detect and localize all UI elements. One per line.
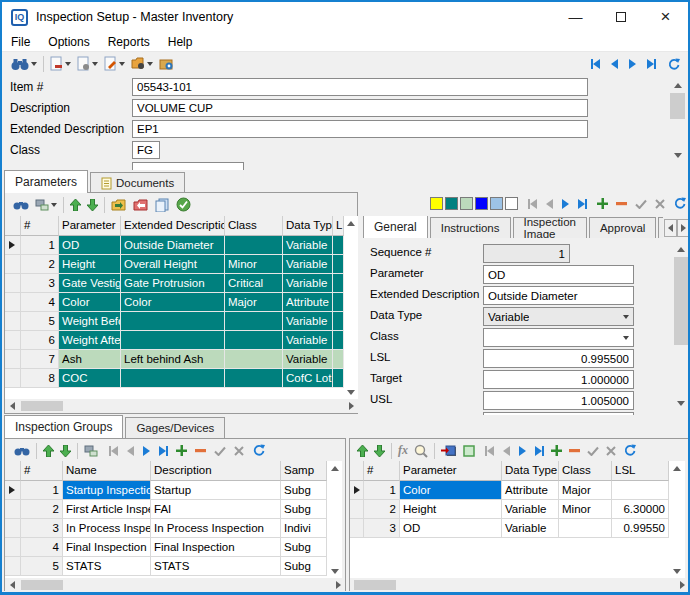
- col-header-class[interactable]: Class: [559, 461, 612, 481]
- search-button[interactable]: [8, 54, 40, 74]
- formula-button[interactable]: fx: [395, 441, 411, 461]
- col-header-parameter[interactable]: Parameter: [400, 461, 502, 481]
- group-row[interactable]: 2 First Article Inspec FAI Subg: [5, 500, 327, 519]
- scroll-down-icon[interactable]: [674, 153, 682, 158]
- move-up-button[interactable]: [40, 441, 57, 461]
- delete-button[interactable]: [569, 449, 580, 453]
- layout-button[interactable]: [32, 195, 60, 215]
- next-button[interactable]: [562, 199, 569, 209]
- col-header-sample[interactable]: Samp: [281, 461, 327, 481]
- col-header-name[interactable]: Name: [63, 461, 151, 481]
- parameter-row[interactable]: 5 Weight Befo Variable: [5, 312, 344, 331]
- next-button[interactable]: [143, 446, 150, 456]
- parameter-row[interactable]: 3 Gate Vestige Gate Protrusion Critical …: [5, 274, 344, 293]
- assign-monitor-button[interactable]: [438, 441, 460, 461]
- prior-button[interactable]: [127, 446, 134, 456]
- menu-item[interactable]: Help: [159, 35, 202, 49]
- formula-lookup-button[interactable]: [411, 441, 431, 461]
- group-row[interactable]: 5 STATS STATS Subg: [5, 557, 327, 576]
- next-button[interactable]: [519, 446, 526, 456]
- first-button[interactable]: [485, 446, 494, 456]
- prior-button[interactable]: [546, 199, 553, 209]
- parameter-row[interactable]: 8 COC CofC Lot Do: [5, 369, 344, 388]
- refresh-button[interactable]: [673, 197, 686, 210]
- group-params-grid-hscrollbar[interactable]: [350, 578, 689, 591]
- menu-item[interactable]: Reports: [99, 35, 159, 49]
- col-header-parameter[interactable]: Parameter: [59, 216, 121, 236]
- col-header-num[interactable]: #: [21, 461, 63, 481]
- group-parameter-row[interactable]: 2 Height Variable Minor 6.30000: [350, 500, 669, 519]
- approve-button[interactable]: [173, 195, 194, 215]
- post-button[interactable]: [587, 446, 599, 456]
- parameter-row[interactable]: 6 Weight Afte Variable: [5, 331, 344, 350]
- move-up-button[interactable]: [354, 441, 371, 461]
- description-field[interactable]: [132, 99, 588, 117]
- prior-record-button[interactable]: [611, 59, 618, 69]
- menu-item[interactable]: Options: [39, 35, 98, 49]
- color-swatch[interactable]: [460, 197, 473, 210]
- detail-tab[interactable]: Inspection Image: [513, 217, 587, 238]
- refresh-button[interactable]: [667, 58, 680, 71]
- ext-description-field[interactable]: [483, 286, 634, 305]
- move-down-button[interactable]: [84, 195, 101, 215]
- refresh-button[interactable]: [623, 444, 636, 457]
- record-templates-button[interactable]: [128, 54, 156, 74]
- ext-description-field[interactable]: [132, 120, 588, 138]
- insert-button[interactable]: [551, 445, 562, 456]
- detail-tab[interactable]: General: [363, 216, 428, 238]
- last-button[interactable]: [535, 446, 544, 456]
- close-button[interactable]: ×: [643, 2, 688, 32]
- move-up-button[interactable]: [67, 195, 84, 215]
- col-header-data-type[interactable]: Data Type: [283, 216, 333, 236]
- move-down-button[interactable]: [57, 441, 74, 461]
- lsl-field[interactable]: [483, 349, 634, 368]
- tab-gages-devices[interactable]: Gages/Devices: [125, 417, 225, 438]
- col-header-data-type[interactable]: Data Type: [502, 461, 559, 481]
- first-record-button[interactable]: [591, 59, 600, 69]
- capture-image-button[interactable]: [156, 54, 177, 74]
- col-header-ext-description[interactable]: Extended Description: [121, 216, 225, 236]
- parameter-row[interactable]: 7 Ash Left behind Ash Variable: [5, 350, 344, 369]
- tab-inspection-groups[interactable]: Inspection Groups: [4, 415, 123, 438]
- sequence-field[interactable]: [483, 244, 570, 263]
- color-swatch[interactable]: [475, 197, 488, 210]
- minimize-button[interactable]: —: [553, 2, 598, 32]
- scroll-up-icon[interactable]: [674, 83, 682, 88]
- post-button[interactable]: [214, 446, 226, 456]
- group-row[interactable]: 3 In Process Inspect In Process Inspecti…: [5, 519, 327, 538]
- move-down-button[interactable]: [371, 441, 388, 461]
- new-record-button[interactable]: [47, 54, 74, 74]
- parameter-row[interactable]: 1 OD Outside Diameter Variable: [5, 236, 344, 255]
- record-settings-button[interactable]: [74, 54, 101, 74]
- cancel-button[interactable]: [606, 446, 616, 456]
- group-parameter-row[interactable]: 3 OD Variable 0.99550: [350, 519, 669, 538]
- col-header-class[interactable]: Class: [225, 216, 283, 236]
- usl-field[interactable]: [483, 391, 634, 410]
- layout-button[interactable]: [81, 441, 101, 461]
- color-swatch[interactable]: [430, 197, 443, 210]
- refresh-button[interactable]: [252, 444, 265, 457]
- next-record-button[interactable]: [629, 59, 636, 69]
- color-swatch[interactable]: [490, 197, 503, 210]
- group-parameter-row[interactable]: 1 Color Attribute Major: [350, 481, 669, 500]
- parameter-row[interactable]: 4 Color Color Major Attribute: [5, 293, 344, 312]
- import-button[interactable]: [108, 195, 130, 215]
- insert-button[interactable]: [176, 445, 187, 456]
- cancel-button[interactable]: [234, 446, 244, 456]
- col-header-num[interactable]: #: [21, 216, 59, 236]
- search-button[interactable]: [11, 441, 33, 461]
- group-row[interactable]: 1 Startup Inspection Startup Subg: [5, 481, 327, 500]
- group-row[interactable]: 4 Final Inspection Final Inspection Subg: [5, 538, 327, 557]
- item-number-field[interactable]: [132, 78, 588, 96]
- first-button[interactable]: [528, 199, 537, 209]
- groups-grid-vscrollbar[interactable]: [327, 461, 342, 578]
- cancel-button[interactable]: [655, 199, 665, 209]
- parameter-field[interactable]: [483, 265, 634, 284]
- tab-parameters[interactable]: Parameters: [4, 170, 88, 193]
- form-scrollbar[interactable]: [669, 78, 686, 162]
- delete-button[interactable]: [195, 449, 206, 453]
- last-record-button[interactable]: [647, 59, 656, 69]
- col-header-num[interactable]: #: [364, 461, 400, 481]
- col-header-lsl[interactable]: LSL: [612, 461, 669, 481]
- prior-button[interactable]: [503, 446, 510, 456]
